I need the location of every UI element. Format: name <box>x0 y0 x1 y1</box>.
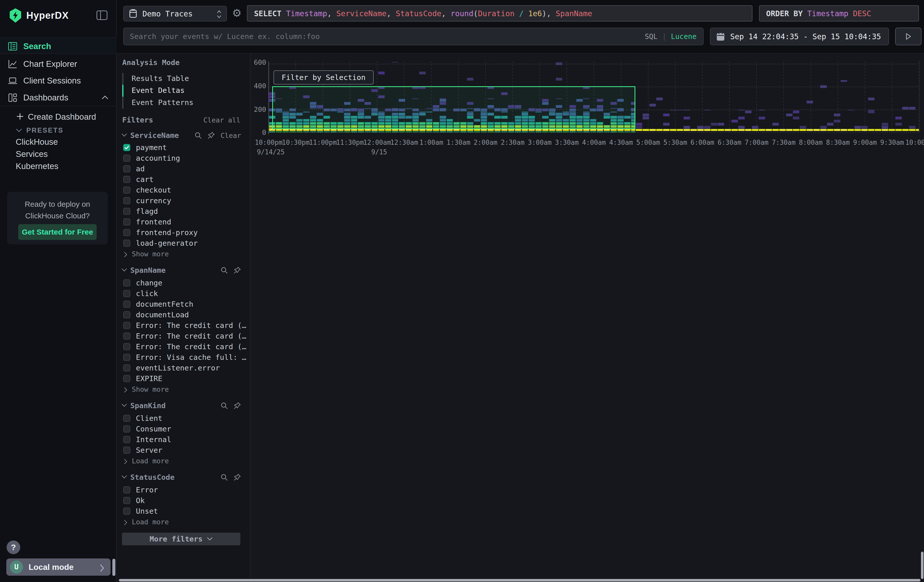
pin-icon[interactable] <box>208 132 215 139</box>
checkbox-unchecked[interactable] <box>123 425 130 432</box>
sidebar-item-search[interactable]: Search <box>0 37 117 54</box>
pin-icon[interactable] <box>234 267 241 274</box>
checkbox-unchecked[interactable] <box>123 497 130 504</box>
checkbox-unchecked[interactable] <box>123 333 130 340</box>
analysis-mode-option-results-table[interactable]: Results Table <box>132 74 189 83</box>
filter-group-load-more[interactable]: Load more <box>123 457 169 465</box>
filter-checkbox-row[interactable]: cart <box>123 175 153 184</box>
filter-checkbox-row[interactable]: frontend-proxy <box>123 228 198 237</box>
chevron-down-icon[interactable] <box>121 403 127 408</box>
search-icon[interactable] <box>194 132 202 139</box>
checkbox-unchecked[interactable] <box>123 354 130 361</box>
filter-checkbox-row[interactable]: checkout <box>123 185 171 195</box>
pin-icon[interactable] <box>234 473 241 481</box>
vertical-scrollbar[interactable] <box>921 552 924 579</box>
filter-checkbox-row[interactable]: EXPIRE <box>123 374 162 383</box>
checkbox-unchecked[interactable] <box>123 311 130 318</box>
checkbox-unchecked[interactable] <box>123 197 130 204</box>
filter-checkbox-row[interactable]: accounting <box>123 153 180 163</box>
checkbox-unchecked[interactable] <box>123 508 130 515</box>
filter-group-load-more[interactable]: Load more <box>123 518 169 526</box>
checkbox-unchecked[interactable] <box>123 343 130 350</box>
checkbox-unchecked[interactable] <box>123 375 130 382</box>
date-range-picker[interactable]: Sep 14 22:04:35 - Sep 15 10:04:35 <box>710 28 889 45</box>
filter-group-show-more[interactable]: Show more <box>123 385 169 393</box>
analysis-mode-option-event-patterns[interactable]: Event Patterns <box>132 98 193 107</box>
pin-icon[interactable] <box>234 402 241 409</box>
language-toggle-lucene[interactable]: Lucene <box>671 32 696 41</box>
clear-all-button[interactable]: Clear all <box>203 116 240 124</box>
checkbox-unchecked[interactable] <box>123 229 130 236</box>
checkbox-unchecked[interactable] <box>123 436 130 443</box>
user-menu[interactable]: U Local mode <box>6 559 111 576</box>
preset-item-kubernetes[interactable]: Kubernetes <box>16 162 58 171</box>
chart-selection-rectangle[interactable] <box>272 86 635 129</box>
checkbox-unchecked[interactable] <box>123 186 130 194</box>
filter-checkbox-row[interactable]: Consumer <box>123 424 171 434</box>
filter-checkbox-row[interactable]: load-generator <box>123 239 198 248</box>
checkbox-unchecked[interactable] <box>123 364 130 371</box>
filter-checkbox-row[interactable]: click <box>123 289 158 298</box>
more-filters-button[interactable]: More filters <box>122 533 240 545</box>
filter-group-clear-button[interactable]: Clear <box>221 132 241 139</box>
filter-checkbox-row[interactable]: Client <box>123 414 162 423</box>
search-icon[interactable] <box>220 473 228 481</box>
checkbox-unchecked[interactable] <box>123 301 130 308</box>
filter-checkbox-row[interactable]: Internal <box>123 435 171 444</box>
filter-checkbox-row[interactable]: Ok <box>123 496 145 505</box>
filter-checkbox-row[interactable]: currency <box>123 196 171 205</box>
filter-checkbox-row[interactable]: payment <box>123 143 167 152</box>
help-button[interactable]: ? <box>7 541 20 554</box>
preset-item-clickhouse[interactable]: ClickHouse <box>16 137 58 147</box>
filter-group-show-more[interactable]: Show more <box>123 250 169 258</box>
chevron-down-icon[interactable] <box>121 268 127 273</box>
presets-header[interactable]: PRESETS <box>0 125 117 137</box>
filter-checkbox-row[interactable]: frontend <box>123 218 171 226</box>
sidebar-item-chart-explorer[interactable]: Chart Explorer <box>0 55 117 72</box>
checkbox-unchecked[interactable] <box>123 240 130 247</box>
checkbox-unchecked[interactable] <box>123 486 130 493</box>
checkbox-unchecked[interactable] <box>123 218 130 226</box>
filter-checkbox-row[interactable]: Error <box>123 485 158 495</box>
filter-checkbox-row[interactable]: Error: The credit card (… <box>123 342 246 351</box>
checkbox-unchecked[interactable] <box>123 165 130 172</box>
preset-item-services[interactable]: Services <box>16 149 48 159</box>
get-started-button[interactable]: Get Started for Free <box>18 224 97 240</box>
checkbox-unchecked[interactable] <box>123 290 130 297</box>
sidebar-collapse-icon[interactable] <box>96 10 108 21</box>
select-query-editor[interactable]: SELECT Timestamp, ServiceName, StatusCod… <box>247 5 752 21</box>
filter-checkbox-row[interactable]: ad <box>123 164 145 173</box>
filter-checkbox-row[interactable]: documentLoad <box>123 310 189 319</box>
source-select[interactable]: Demo Traces <box>123 6 227 21</box>
language-toggle-sql[interactable]: SQL <box>645 32 658 41</box>
create-dashboard-button[interactable]: Create Dashboard <box>0 110 117 124</box>
filter-checkbox-row[interactable]: Server <box>123 445 162 455</box>
checkbox-unchecked[interactable] <box>123 208 130 215</box>
filter-checkbox-row[interactable]: Error: The credit card (… <box>123 331 246 341</box>
filter-checkbox-row[interactable]: flagd <box>123 207 158 216</box>
filter-checkbox-row[interactable]: Error: The credit card (… <box>123 321 246 330</box>
search-icon[interactable] <box>220 402 228 409</box>
filter-checkbox-row[interactable]: Unset <box>123 506 158 516</box>
sidebar-item-client-sessions[interactable]: Client Sessions <box>0 72 117 89</box>
filter-checkbox-row[interactable]: Error: Visa cache full: … <box>123 353 246 362</box>
checkbox-unchecked[interactable] <box>123 415 130 422</box>
filter-checkbox-row[interactable]: documentFetch <box>123 300 193 309</box>
horizontal-scrollbar[interactable] <box>119 579 921 582</box>
checkbox-checked[interactable] <box>123 144 130 151</box>
filter-by-selection-button[interactable]: Filter by Selection <box>274 70 374 84</box>
search-icon[interactable] <box>220 267 228 274</box>
checkbox-unchecked[interactable] <box>123 279 130 287</box>
analysis-mode-option-event-deltas[interactable]: Event Deltas <box>132 86 185 95</box>
checkbox-unchecked[interactable] <box>123 176 130 183</box>
search-input[interactable] <box>130 32 645 41</box>
order-by-editor[interactable]: ORDER BY Timestamp DESC <box>759 5 919 21</box>
run-query-button[interactable] <box>895 28 921 45</box>
sidebar-item-dashboards[interactable]: Dashboards <box>0 89 117 106</box>
sidebar-scrollbar[interactable] <box>112 559 116 576</box>
chevron-down-icon[interactable] <box>121 133 127 138</box>
filter-checkbox-row[interactable]: change <box>123 279 162 287</box>
filter-checkbox-row[interactable]: eventListener.error <box>123 363 220 373</box>
checkbox-unchecked[interactable] <box>123 155 130 162</box>
checkbox-unchecked[interactable] <box>123 447 130 454</box>
